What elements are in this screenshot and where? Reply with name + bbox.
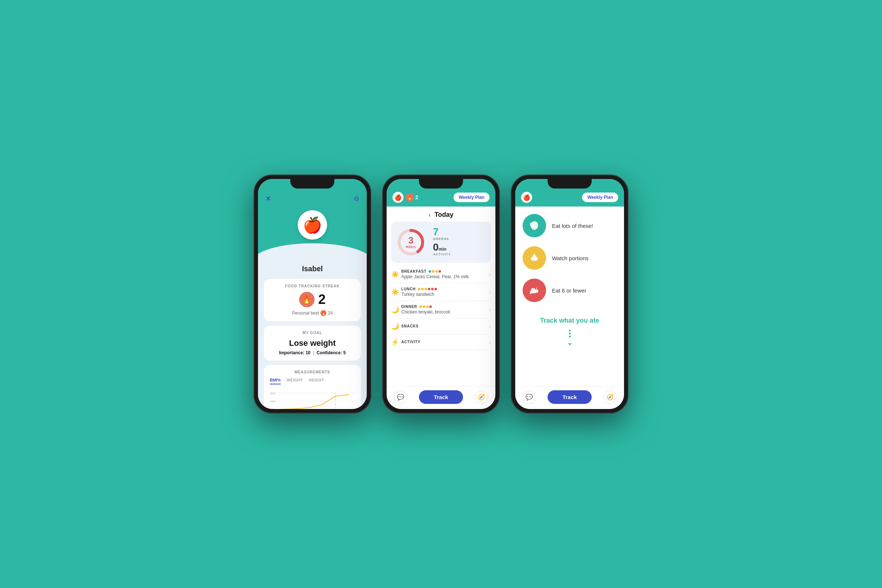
dinner-chevron-icon: › (489, 307, 491, 313)
phone1-notch (290, 179, 334, 189)
svg-rect-11 (534, 254, 535, 256)
snacks-icon: 🌙 (391, 322, 401, 330)
phone3-chat-icon[interactable]: 💬 (523, 391, 536, 404)
breakfast-item[interactable]: ☀️ BREAKFAST Appl (391, 266, 491, 284)
meals-list: ☀️ BREAKFAST Appl (387, 266, 495, 386)
phone2-header-left: 🍎 🔥 2 (393, 192, 418, 203)
goal-text: Lose weight (270, 339, 355, 348)
svg-point-15 (535, 289, 538, 293)
goal-meta: Importance: 10 | Confidence: 5 (270, 350, 355, 356)
chat-icon[interactable]: 💬 (394, 391, 407, 404)
compass-icon[interactable]: 🧭 (475, 391, 488, 404)
goal-title: MY GOAL (270, 331, 355, 335)
activity-icon: ⚡ (391, 338, 401, 346)
activity-info: ACTIVITY (401, 340, 489, 345)
goal-card: MY GOAL Lose weight Importance: 10 | Con… (264, 326, 361, 360)
dinner-item[interactable]: 🌙 DINNER Chicken (391, 301, 491, 319)
activity-label: ACTIVITY (433, 252, 486, 256)
breakfast-icon: ☀️ (391, 270, 401, 279)
badge-flame-icon: 🔥 (406, 193, 414, 201)
greens-value: 7 (433, 227, 486, 237)
close-icon[interactable]: ✕ (266, 195, 271, 203)
streak-title: FOOD TRACKING STREAK (270, 284, 355, 288)
personal-best: Personal best 🔥 24 (270, 310, 355, 316)
snacks-item[interactable]: 🌙 SNACKS › (391, 319, 491, 334)
activity-item[interactable]: ⚡ ACTIVITY › (391, 334, 491, 350)
phone3-track-button[interactable]: Track (548, 390, 591, 404)
phone3-wrapper: 🍎 Weekly Plan Eat l (511, 175, 628, 413)
phone2-notch (419, 179, 463, 189)
down-arrow: ⌄ (523, 330, 616, 347)
phone3-notch (548, 179, 592, 189)
dinner-name: DINNER (401, 304, 417, 309)
phone3-apple-icon: 🍎 (521, 192, 532, 203)
activity-chevron-icon: › (489, 339, 491, 345)
phone1-header-icons: ✕ ⚙ (266, 192, 359, 203)
breakfast-dots (429, 270, 441, 273)
back-arrow-icon[interactable]: ‹ (429, 211, 431, 219)
importance-value: 10 (305, 350, 310, 356)
reds-donut: 3 REDS (396, 228, 426, 257)
greens-guide-label: Eat lots of these! (552, 223, 593, 229)
tab-height[interactable]: HEIGHT (309, 378, 324, 384)
portions-circle (523, 246, 546, 270)
greens-label: GREENS (433, 237, 486, 241)
measurements-card: MEASUREMENTS BMI% WEIGHT HEIGHT (264, 365, 361, 409)
phone1-screen: ✕ ⚙ 🍎 Isabel FOOD TRACKING STREAK (258, 179, 367, 409)
phone2-screen: 🍎 🔥 2 Weekly Plan ‹ Today (387, 179, 495, 409)
gear-icon[interactable]: ⚙ (354, 195, 359, 203)
svg-text:40%: 40% (270, 408, 276, 409)
flame-icon: 🔥 (299, 292, 315, 307)
avatar: 🍎 (298, 210, 327, 240)
phone1-header: ✕ ⚙ 🍎 (258, 179, 367, 262)
stats-right: 7 GREENS 0min ACTIVITY (433, 227, 486, 258)
lunch-desc: Turkey sandwich (401, 292, 489, 297)
snacks-info: SNACKS (401, 324, 489, 329)
bmi-chart: 80% 60% 40% (270, 388, 355, 409)
lunch-info: LUNCH Turkey sandwich (401, 287, 489, 297)
phone2-frame: 🍎 🔥 2 Weekly Plan ‹ Today (382, 175, 500, 413)
cta-section: Track what you ate ⌄ (523, 311, 616, 347)
tab-bmi[interactable]: BMI% (270, 378, 281, 384)
phone2-wrapper: 🍎 🔥 2 Weekly Plan ‹ Today (382, 175, 500, 413)
breakfast-desc: Apple Jacks Cereal, Pear, 1% milk (401, 274, 489, 279)
reds-guide-label: Eat 6 or fewer (552, 287, 586, 294)
svg-text:60%: 60% (270, 400, 276, 403)
lunch-item[interactable]: ☀️ LUNCH (391, 284, 491, 301)
svg-rect-13 (531, 288, 535, 290)
phone3-bottom-bar: 💬 Track 🧭 (515, 386, 624, 409)
tab-weight[interactable]: WEIGHT (286, 378, 303, 384)
arrow-dots (569, 330, 571, 338)
username: Isabel (264, 262, 361, 279)
breakfast-info: BREAKFAST Apple Jacks Cereal, Pear, 1% m… (401, 269, 489, 279)
snacks-name: SNACKS (401, 324, 418, 328)
reds-label: 3 REDS (406, 236, 416, 249)
phone3-content: Eat lots of these! Watch portions (515, 207, 624, 386)
svg-rect-14 (530, 291, 531, 294)
down-chevron-icon: ⌄ (567, 338, 573, 347)
reds-text: REDS (406, 245, 416, 249)
portions-guide-label: Watch portions (552, 255, 589, 261)
apple-icon: 🍎 (393, 192, 404, 203)
lunch-dots (418, 288, 437, 290)
phone3-compass-icon[interactable]: 🧭 (603, 391, 616, 404)
header-wave (258, 243, 367, 262)
lunch-header: LUNCH (401, 287, 489, 291)
weekly-plan-button[interactable]: Weekly Plan (453, 193, 489, 202)
breakfast-header: BREAKFAST (401, 269, 489, 273)
phone2-bottom-bar: 💬 Track 🧭 (387, 386, 495, 409)
arrow-dot-3 (569, 336, 571, 338)
greens-stat: 7 GREENS (433, 227, 486, 241)
phone3-weekly-plan-button[interactable]: Weekly Plan (582, 193, 618, 202)
personal-best-value: 24 (328, 310, 333, 316)
track-button[interactable]: Track (419, 390, 463, 404)
activity-value: 0min (433, 242, 486, 252)
breakfast-name: BREAKFAST (401, 269, 426, 273)
arrow-dot-1 (569, 330, 571, 332)
greens-circle (523, 214, 546, 237)
cta-title: Track what you ate (523, 317, 616, 324)
summary-card: 3 REDS 7 GREENS 0min ACT (391, 222, 491, 263)
guide-item-greens: Eat lots of these! (523, 214, 616, 237)
phone1-frame: ✕ ⚙ 🍎 Isabel FOOD TRACKING STREAK (254, 175, 371, 413)
snacks-header: SNACKS (401, 324, 489, 328)
